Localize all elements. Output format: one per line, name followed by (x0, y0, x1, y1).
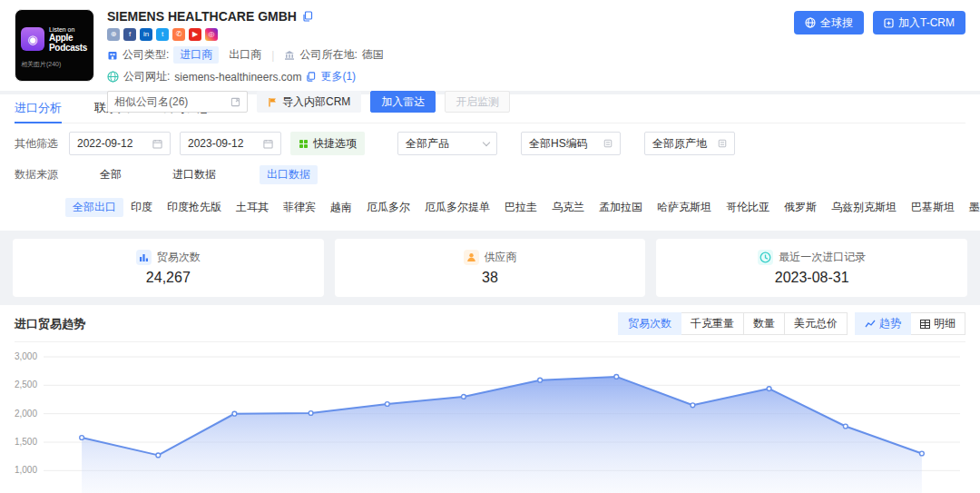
flag-icon (268, 97, 278, 107)
topbar-actions: 全球搜 加入T-CRM (794, 11, 965, 35)
global-search-button[interactable]: 全球搜 (794, 11, 864, 35)
podcasts-app-icon: ◉ (21, 27, 44, 51)
company-type-label: 公司类型: (122, 47, 169, 63)
svg-text:1,000: 1,000 (15, 465, 37, 475)
country-土耳其[interactable]: 土耳其 (229, 198, 276, 217)
country-菲律宾[interactable]: 菲律宾 (276, 198, 323, 217)
svg-text:1,500: 1,500 (15, 437, 37, 447)
list-select-icon (603, 139, 612, 148)
list-select-icon (718, 139, 727, 148)
svg-text:2,500: 2,500 (15, 380, 37, 389)
country-哈萨克斯坦[interactable]: 哈萨克斯坦 (650, 198, 719, 217)
join-tcrm-button[interactable]: 加入T-CRM (873, 11, 965, 35)
expand-input-icon (230, 97, 240, 107)
stat-card-贸易次数: 贸易次数24,267 (13, 239, 324, 297)
location-icon (284, 50, 295, 61)
country-巴拉圭[interactable]: 巴拉圭 (497, 198, 544, 217)
twitter-icon[interactable]: t (156, 28, 169, 41)
stat-card-最近一次进口记录: 最近一次进口记录2023-08-31 (656, 239, 967, 297)
stat-label: 最近一次进口记录 (779, 250, 866, 265)
facebook-icon[interactable]: f (123, 28, 136, 41)
metric-button-贸易次数[interactable]: 贸易次数 (618, 312, 681, 335)
website-globe-icon (107, 71, 119, 83)
country-孟加拉国[interactable]: 孟加拉国 (592, 198, 650, 217)
chart-controls: 贸易次数千克重量数量美元总价 趋势明细 (618, 312, 965, 335)
stat-value: 38 (482, 270, 498, 286)
stat-value: 2023-08-31 (775, 270, 849, 286)
location-value: 德国 (362, 47, 384, 63)
youtube-icon[interactable]: ▶ (189, 28, 201, 41)
quick-options-button[interactable]: 快捷选项 (290, 132, 365, 155)
join-radar-button[interactable]: 加入雷达 (370, 91, 436, 113)
metric-button-千克重量[interactable]: 千克重量 (681, 312, 744, 335)
date-to-picker[interactable]: 2023-09-12 (180, 132, 281, 155)
copy-website-icon[interactable] (306, 72, 316, 82)
view-button-label: 趋势 (879, 316, 901, 331)
clock-icon (758, 250, 773, 265)
stat-card-供应商: 供应商38 (335, 239, 646, 297)
country-哥伦比亚[interactable]: 哥伦比亚 (719, 198, 777, 217)
podcasts-badge: ◉ Listen on Apple Podcasts (21, 26, 88, 53)
import-crm-label: 导入内部CRM (282, 94, 350, 110)
view-button-明细[interactable]: 明细 (911, 312, 965, 335)
country-越南[interactable]: 越南 (323, 198, 359, 217)
analysis-panel: 进口分析联系人公司信息 其他筛选 2022-09-12 2023-09-12 快… (0, 94, 980, 231)
more-link[interactable]: 更多(1) (320, 69, 356, 84)
country-厄瓜多尔[interactable]: 厄瓜多尔 (359, 198, 417, 217)
phone-icon[interactable]: ✆ (172, 28, 185, 41)
page: 全球搜 加入T-CRM ◉ Listen on Apple Podcasts 相… (0, 0, 980, 493)
import-crm-button[interactable]: 导入内部CRM (257, 91, 361, 113)
instagram-icon[interactable]: ◎ (205, 28, 218, 41)
origin-select[interactable]: 全部原产地 (644, 132, 735, 155)
meta-divider: | (271, 49, 274, 62)
copy-company-name-icon[interactable] (302, 11, 313, 22)
metric-button-美元总价[interactable]: 美元总价 (785, 312, 848, 335)
country-全部出口[interactable]: 全部出口 (65, 198, 123, 217)
calendar-icon (152, 139, 162, 149)
view-button-趋势[interactable]: 趋势 (855, 312, 911, 335)
country-乌克兰[interactable]: 乌克兰 (544, 198, 592, 217)
company-type-icon (107, 50, 118, 61)
metric-button-数量[interactable]: 数量 (744, 312, 785, 335)
metric-button-group: 贸易次数千克重量数量美元总价 (618, 312, 848, 335)
crm-icon (884, 18, 894, 28)
similar-companies-input[interactable]: 相似公司名(26) (107, 91, 248, 113)
view-button-group: 趋势明细 (855, 312, 965, 335)
calendar-icon (263, 139, 273, 149)
company-header: 全球搜 加入T-CRM ◉ Listen on Apple Podcasts 相… (0, 0, 980, 91)
website-label: 公司网址: (123, 69, 170, 84)
website-value[interactable]: siemens-healthineers.com (174, 71, 301, 84)
trend-area-chart: 05001,0001,5002,0002,5003,0002022-092022… (15, 346, 965, 493)
data-source-label: 数据来源 (15, 167, 58, 182)
country-乌兹别克斯坦[interactable]: 乌兹别克斯坦 (824, 198, 904, 217)
country-filter-row: 全部出口印度印度抢先版土耳其菲律宾越南厄瓜多尔厄瓜多尔提单巴拉圭乌克兰孟加拉国哈… (15, 190, 965, 231)
svg-text:2,000: 2,000 (15, 409, 37, 419)
website-icon[interactable]: ⊕ (107, 28, 120, 41)
country-墨西哥海运[interactable]: 墨西哥海运 (962, 198, 980, 217)
join-tcrm-label: 加入T-CRM (898, 15, 955, 31)
company-type-exporter[interactable]: 出口商 (229, 47, 261, 63)
stat-cards: 贸易次数24,267供应商38最近一次进口记录2023-08-31 (0, 231, 980, 305)
company-logo: ◉ Listen on Apple Podcasts 相关图片(240) (15, 9, 94, 82)
start-monitor-button[interactable]: 开启监测 (445, 91, 510, 113)
source-option-进口数据[interactable]: 进口数据 (165, 165, 223, 184)
supplier-icon (464, 250, 479, 265)
country-印度[interactable]: 印度 (123, 198, 160, 217)
quick-options-label: 快捷选项 (313, 136, 357, 152)
source-option-全部[interactable]: 全部 (93, 165, 129, 184)
stat-label: 贸易次数 (157, 250, 201, 265)
country-印度抢先版[interactable]: 印度抢先版 (160, 198, 229, 217)
product-select[interactable]: 全部产品 (397, 132, 497, 155)
location-label: 公司所在地: (299, 47, 357, 63)
badge-listen-on: Listen on (49, 26, 88, 33)
country-俄罗斯[interactable]: 俄罗斯 (777, 198, 824, 217)
country-巴基斯坦[interactable]: 巴基斯坦 (904, 198, 962, 217)
linkedin-icon[interactable]: in (140, 28, 152, 41)
trend-chart-card: 进口贸易趋势 贸易次数千克重量数量美元总价 趋势明细 05001,0001,50… (0, 305, 980, 493)
date-to-value: 2023-09-12 (188, 137, 243, 150)
hs-code-select[interactable]: 全部HS编码 (521, 132, 621, 155)
source-option-出口数据[interactable]: 出口数据 (260, 165, 318, 184)
company-type-importer[interactable]: 进口商 (173, 46, 219, 64)
date-from-picker[interactable]: 2022-09-12 (69, 132, 171, 155)
country-厄瓜多尔提单[interactable]: 厄瓜多尔提单 (417, 198, 497, 217)
